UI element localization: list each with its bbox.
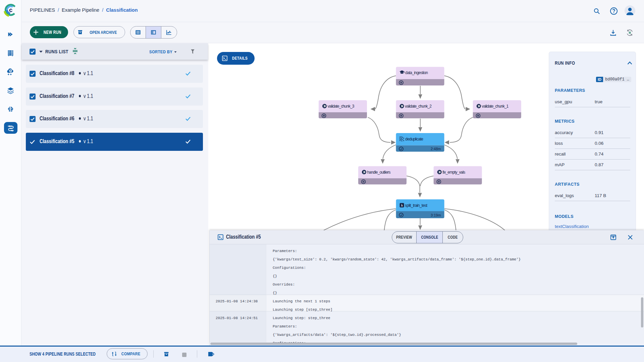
svg-text:split_train_test: split_train_test [405, 203, 428, 208]
svg-text:3:19m: 3:19m [431, 213, 441, 217]
svg-text:2:48m: 2:48m [431, 147, 441, 151]
svg-text:validate_chunk_1: validate_chunk_1 [482, 104, 508, 109]
svg-text:deduplicate: deduplicate [405, 137, 423, 141]
svg-text:c: c [9, 6, 12, 13]
svg-text:handle_outliers: handle_outliers [367, 170, 391, 175]
svg-text:fix_empty_vals: fix_empty_vals [442, 170, 465, 175]
svg-text:data_ingestion: data_ingestion [405, 70, 428, 75]
svg-text:validate_chunk_2: validate_chunk_2 [405, 104, 432, 109]
svg-text:validate_chunk_3: validate_chunk_3 [328, 104, 355, 109]
svg-text:λ: λ [401, 203, 403, 207]
